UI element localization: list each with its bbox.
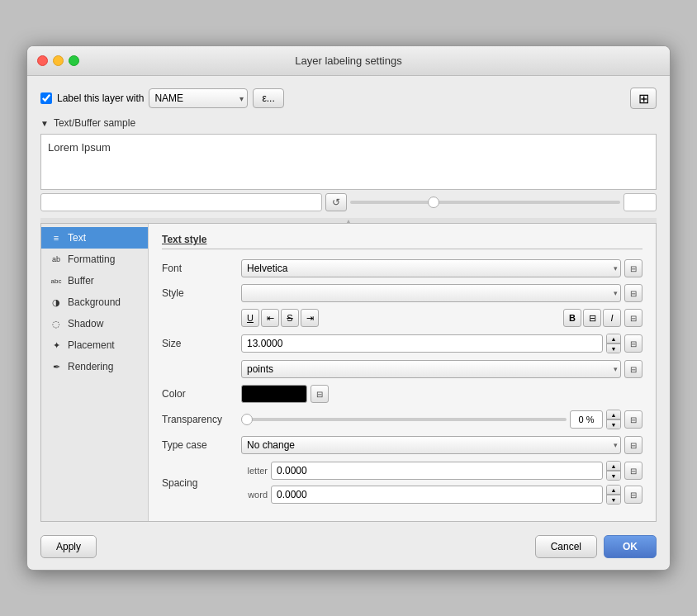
color-swatch[interactable] xyxy=(241,385,307,403)
typecase-select[interactable]: No change All uppercase All lowercase Ti… xyxy=(241,436,621,454)
letter-spinbox: ▲ ▼ xyxy=(606,461,621,481)
minimize-button[interactable] xyxy=(53,55,64,66)
label-checkbox-text: Label this layer with xyxy=(57,92,144,104)
format-buttons-row: U ⇤ S ⇥ B ⊟ I ⊟ xyxy=(162,309,642,327)
word-up-button[interactable]: ▲ xyxy=(607,486,620,495)
size-unit-select[interactable]: points pixels mm xyxy=(241,360,621,378)
word-copy-button[interactable]: ⊟ xyxy=(624,486,642,504)
cancel-button[interactable]: Cancel xyxy=(535,535,597,558)
indent-left-button[interactable]: ⇤ xyxy=(261,309,279,327)
format-buttons-control: U ⇤ S ⇥ B ⊟ I ⊟ xyxy=(241,309,642,327)
spacing-row: Spacing letter ▲ ▼ ⊟ xyxy=(162,461,642,505)
font-select[interactable]: Helvetica xyxy=(241,259,621,277)
format-copy-icon: ⊟ xyxy=(630,314,637,323)
font-label: Font xyxy=(162,263,236,274)
format-copy-button[interactable]: ⊟ xyxy=(624,309,642,327)
style-select[interactable] xyxy=(241,284,621,302)
italic-button[interactable]: I xyxy=(603,309,621,327)
sample-section: ▼ Text/Buffer sample Lorem Ipsum ↺ xyxy=(40,117,657,211)
style-copy-button[interactable]: ⊟ xyxy=(624,284,642,302)
letter-up-button[interactable]: ▲ xyxy=(607,462,620,471)
sample-preview-text: Lorem Ipsum xyxy=(48,141,111,154)
refresh-button[interactable]: ↺ xyxy=(325,193,347,211)
sidebar-item-label-background: Background xyxy=(68,296,121,308)
color-copy-icon: ⊟ xyxy=(316,390,323,399)
grid-icon: ⊞ xyxy=(638,91,649,107)
transparency-copy-icon: ⊟ xyxy=(630,415,637,424)
typecase-copy-icon: ⊟ xyxy=(630,441,637,450)
word-spacing-input[interactable] xyxy=(271,486,603,504)
expr-button[interactable]: ε... xyxy=(253,88,283,108)
window-body: Label this layer with NAME ε... ⊞ ▼ Text… xyxy=(27,76,670,570)
color-row: Color ⊟ xyxy=(162,385,642,403)
typecase-row: Type case No change All uppercase All lo… xyxy=(162,436,642,454)
size-up-button[interactable]: ▲ xyxy=(607,334,620,344)
strikethrough-button[interactable]: S xyxy=(281,309,299,327)
font-copy-button[interactable]: ⊟ xyxy=(624,259,642,277)
bold-button[interactable]: B xyxy=(563,309,581,327)
size-input[interactable] xyxy=(241,334,603,353)
apply-button[interactable]: Apply xyxy=(40,535,97,558)
spacing-control: letter ▲ ▼ ⊟ wo xyxy=(241,461,642,505)
transparency-spinbox: ▲ ▼ xyxy=(606,410,621,429)
letter-spacing-row: letter ▲ ▼ ⊟ xyxy=(241,461,642,481)
shadow-icon: ◌ xyxy=(50,317,63,330)
sidebar-item-formatting[interactable]: ab Formatting xyxy=(41,249,148,270)
size-label: Size xyxy=(162,338,236,349)
font-control: Helvetica ⊟ xyxy=(241,259,642,277)
slider-container xyxy=(350,201,620,204)
sample-text-row: ↺ xyxy=(40,193,657,211)
size-copy-button[interactable]: ⊟ xyxy=(624,334,642,353)
sample-box: Lorem Ipsum xyxy=(40,134,657,190)
name-select[interactable]: NAME xyxy=(149,88,248,108)
font-row: Font Helvetica ⊟ xyxy=(162,259,642,277)
sidebar: ≡ Text ab Formatting abc Buffer ◑ Backgr… xyxy=(41,224,149,521)
underline-button[interactable]: U xyxy=(241,309,259,327)
sidebar-item-rendering[interactable]: ✒ Rendering xyxy=(41,356,148,377)
letter-spacing-input[interactable] xyxy=(271,462,603,480)
transparency-value-input[interactable] xyxy=(570,410,603,429)
typecase-copy-button[interactable]: ⊟ xyxy=(624,436,642,454)
sidebar-item-shadow[interactable]: ◌ Shadow xyxy=(41,313,148,334)
word-copy-icon: ⊟ xyxy=(630,490,637,500)
font-select-wrap: Helvetica xyxy=(241,259,621,277)
size-down-button[interactable]: ▼ xyxy=(607,344,620,353)
transparency-up-button[interactable]: ▲ xyxy=(607,410,620,419)
color-copy-button[interactable]: ⊟ xyxy=(311,385,329,403)
letter-down-button[interactable]: ▼ xyxy=(607,471,620,480)
sidebar-item-label-rendering: Rendering xyxy=(68,361,113,372)
sidebar-item-buffer[interactable]: abc Buffer xyxy=(41,270,148,291)
refresh-icon: ↺ xyxy=(332,197,340,208)
bold-copy-button[interactable]: ⊟ xyxy=(583,309,601,327)
maximize-button[interactable] xyxy=(69,55,79,66)
transparency-down-button[interactable]: ▼ xyxy=(607,419,620,429)
rendering-icon: ✒ xyxy=(50,360,63,373)
size-unit-copy-icon: ⊟ xyxy=(630,365,637,374)
ok-button[interactable]: OK xyxy=(604,535,657,558)
grid-icon-button[interactable]: ⊞ xyxy=(630,88,657,109)
sidebar-item-label-formatting: Formatting xyxy=(68,254,115,265)
sample-slider[interactable] xyxy=(350,201,620,204)
content-section-title: Text style xyxy=(162,234,642,249)
sample-header[interactable]: ▼ Text/Buffer sample xyxy=(40,117,657,129)
sidebar-item-text[interactable]: ≡ Text xyxy=(41,227,148,249)
label-checkbox[interactable] xyxy=(40,92,52,104)
spacing-inner: letter ▲ ▼ ⊟ wo xyxy=(241,461,642,505)
style-copy-icon: ⊟ xyxy=(630,289,637,298)
slider-end-box xyxy=(624,193,657,211)
transparency-control: ▲ ▼ ⊟ xyxy=(241,410,642,429)
size-unit-copy-button[interactable]: ⊟ xyxy=(624,360,642,378)
label-checkbox-label[interactable]: Label this layer with xyxy=(40,92,144,104)
word-down-button[interactable]: ▼ xyxy=(607,495,620,504)
close-button[interactable] xyxy=(37,55,48,66)
sidebar-item-background[interactable]: ◑ Background xyxy=(41,291,148,313)
transparency-slider[interactable] xyxy=(241,418,567,421)
style-control: ⊟ xyxy=(241,284,642,302)
size-row: Size ▲ ▼ ⊟ xyxy=(162,334,642,353)
transparency-copy-button[interactable]: ⊟ xyxy=(624,410,642,429)
formatting-icon: ab xyxy=(50,253,63,266)
indent-right-button[interactable]: ⇥ xyxy=(301,309,319,327)
sidebar-item-placement[interactable]: ✦ Placement xyxy=(41,334,148,356)
letter-copy-button[interactable]: ⊟ xyxy=(624,462,642,480)
sample-text-input[interactable] xyxy=(40,193,322,211)
